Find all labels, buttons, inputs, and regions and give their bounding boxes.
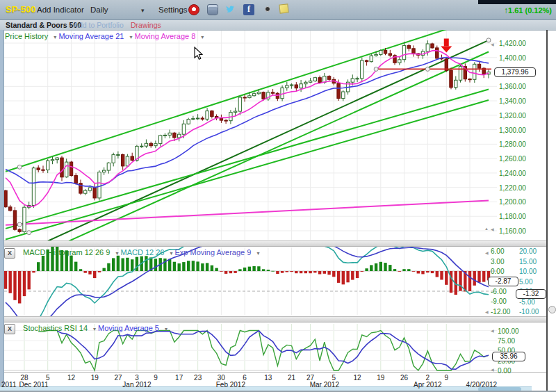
macd-dropdown[interactable]: MACD 12 26: [120, 248, 164, 256]
price-trendlines: [6, 30, 489, 240]
axis-reset-icon[interactable]: [548, 306, 556, 313]
timeframe-caret-icon[interactable]: ▾: [141, 7, 145, 14]
caret-down-icon[interactable]: ▾: [165, 326, 167, 332]
moving-average-8-dropdown[interactable]: Moving Average 8: [134, 32, 195, 40]
caret-down-icon[interactable]: ▾: [115, 250, 118, 256]
chart-window: SP-500 Add Indicator Daily ▾ Settings f …: [0, 0, 556, 392]
macd-histogram-badge: -2.87: [488, 277, 518, 286]
settings-button[interactable]: Settings: [158, 6, 188, 14]
macd-close-button[interactable]: X: [4, 248, 15, 259]
symbol-tab[interactable]: SP-500: [6, 4, 35, 15]
caret-down-icon[interactable]: ▾: [256, 250, 259, 256]
symbol-full-name: Standard & Poors 500: [6, 21, 81, 29]
stochastics-close-button[interactable]: X: [4, 324, 15, 334]
axis-scroll-arrow-icon[interactable]: ◀: [491, 328, 494, 333]
panel-separator[interactable]: [0, 316, 546, 322]
last-price-badge: 1,379.96: [494, 67, 536, 77]
moving-average-5-dropdown[interactable]: Moving Average 5: [98, 324, 159, 332]
price-chart-canvas[interactable]: [0, 30, 546, 240]
window-right-border: [546, 30, 548, 391]
drawing-handle[interactable]: [27, 231, 31, 235]
macd-value-badge: -1.32: [516, 289, 546, 299]
axis-scroll-arrow-icon[interactable]: ◀: [485, 309, 489, 314]
red-down-arrow[interactable]: [441, 39, 452, 53]
moving-average-21-dropdown[interactable]: Moving Average 21: [58, 32, 124, 40]
add-indicator-button[interactable]: Add Indicator: [37, 6, 84, 14]
axis-scroll-arrow-icon[interactable]: ◀: [485, 250, 489, 255]
stochastics-legend: X Stochastics RSI 14▾ Moving Average 5▾: [4, 324, 167, 334]
exp-moving-average-dropdown[interactable]: Exp Moving Average 9: [175, 248, 252, 256]
axis-scroll-arrow-icon[interactable]: ◀: [491, 367, 494, 372]
twitter-icon[interactable]: [225, 4, 236, 15]
trendline[interactable]: [6, 200, 489, 224]
caret-down-icon[interactable]: ▾: [170, 250, 172, 256]
macd-legend: X MACD Histogram 12 26 9▾ MACD 12 26▾ Ex…: [4, 248, 259, 259]
database-icon[interactable]: [207, 4, 218, 15]
add-to-portfolio-link[interactable]: Add to Portfolio: [74, 21, 124, 29]
window-chrome-strip: [478, 0, 556, 4]
drawing-handle[interactable]: [17, 165, 22, 169]
caret-down-icon[interactable]: ▾: [93, 326, 96, 332]
drawing-handle[interactable]: [17, 222, 22, 227]
net-change: ↑1.61 (0.12%): [486, 6, 552, 15]
facebook-icon[interactable]: f: [243, 4, 254, 15]
caret-down-icon[interactable]: ▾: [54, 34, 56, 40]
axis-scroll-arrow-icon[interactable]: ▲: [484, 227, 489, 231]
toolbar: SP-500 Add Indicator Daily ▾ Settings f …: [0, 0, 556, 20]
alert-icon[interactable]: [188, 4, 199, 15]
drawing-handle[interactable]: [374, 67, 378, 71]
caret-down-icon[interactable]: ▾: [201, 34, 204, 40]
stochastics-rsi-dropdown[interactable]: Stochastics RSI 14: [23, 324, 88, 332]
note-icon[interactable]: [279, 3, 288, 13]
panel-separator[interactable]: [0, 240, 546, 247]
caret-down-icon[interactable]: ▾: [129, 34, 132, 40]
price-legend: Price History▾ Moving Average 21▾ Moving…: [5, 32, 204, 40]
drawing-handle[interactable]: [425, 67, 430, 71]
macd-histogram-dropdown[interactable]: MACD Histogram 12 26 9: [23, 248, 110, 256]
trendline[interactable]: [15, 40, 488, 240]
stochastics-badge: 35.96: [492, 352, 525, 361]
timeframe-select[interactable]: Daily: [90, 6, 108, 14]
price-history-dropdown[interactable]: Price History: [5, 32, 48, 40]
axis-scroll-arrow-icon[interactable]: ◀: [491, 227, 494, 231]
date-axis: [0, 372, 546, 387]
axis-scroll-arrow-icon[interactable]: ◀: [491, 42, 494, 47]
symbol-subbar: Standard & Poors 500 Add to Portfolio Dr…: [0, 20, 556, 31]
drawings-link[interactable]: Drawings: [131, 21, 161, 29]
